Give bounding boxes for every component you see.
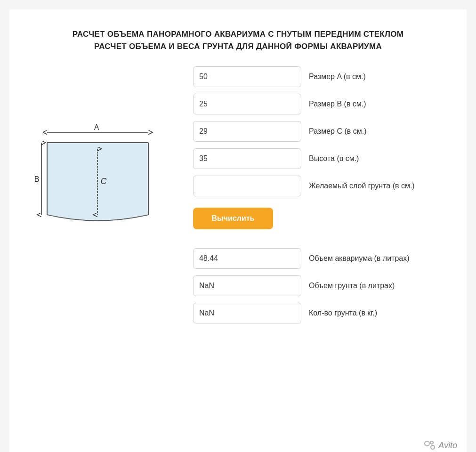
field-row-size-b: Размер B (в см.) — [193, 94, 443, 114]
soil-weight-result: NaN — [193, 303, 301, 323]
size-b-input[interactable] — [193, 94, 301, 114]
results-section: 48.44 Объем аквариума (в литрах) NaN Объ… — [193, 248, 443, 330]
size-a-label: Размер A (в см.) — [309, 73, 366, 81]
height-input[interactable] — [193, 148, 301, 169]
volume-label: Объем аквариума (в литрах) — [309, 254, 410, 263]
field-row-size-c: Размер C (в см.) — [193, 121, 443, 142]
main-content: A B C — [33, 66, 443, 330]
form-section: Размер A (в см.) Размер B (в см.) Размер… — [193, 66, 443, 330]
field-row-height: Высота (в см.) — [193, 148, 443, 169]
svg-point-11 — [431, 445, 435, 449]
avito-text: Avito — [438, 441, 457, 451]
result-row-volume: 48.44 Объем аквариума (в литрах) — [193, 248, 443, 269]
field-row-soil-layer: Желаемый слой грунта (в см.) — [193, 176, 443, 196]
diagram-section: A B C — [33, 123, 174, 233]
size-a-input[interactable] — [193, 66, 301, 87]
soil-layer-input[interactable] — [193, 176, 301, 196]
svg-point-9 — [425, 441, 429, 446]
svg-text:A: A — [94, 123, 99, 131]
avito-logo-icon — [422, 439, 436, 452]
avito-watermark: Avito — [422, 439, 457, 452]
svg-point-10 — [430, 441, 433, 444]
svg-text:B: B — [34, 175, 40, 183]
result-row-soil-weight: NaN Кол-во грунта (в кг.) — [193, 303, 443, 323]
title-block: РАСЧЕТ ОБЪЕМА ПАНОРАМНОГО АКВАРИУМА С ГН… — [33, 28, 443, 52]
page-title-line1: РАСЧЕТ ОБЪЕМА ПАНОРАМНОГО АКВАРИУМА С ГН… — [33, 28, 443, 40]
svg-text:C: C — [101, 177, 107, 186]
result-row-soil-volume: NaN Объем грунта (в литрах) — [193, 275, 443, 296]
size-c-input[interactable] — [193, 121, 301, 142]
aquarium-diagram: A B C — [33, 123, 165, 231]
page-container: РАСЧЕТ ОБЪЕМА ПАНОРАМНОГО АКВАРИУМА С ГН… — [9, 9, 467, 452]
soil-weight-label: Кол-во грунта (в кг.) — [309, 309, 377, 317]
field-row-size-a: Размер A (в см.) — [193, 66, 443, 87]
calculate-button[interactable]: Вычислить — [193, 208, 273, 229]
soil-layer-label: Желаемый слой грунта (в см.) — [309, 182, 415, 190]
soil-volume-result: NaN — [193, 275, 301, 296]
page-title-line2: РАСЧЕТ ОБЪЕМА И ВЕСА ГРУНТА ДЛЯ ДАННОЙ Ф… — [33, 40, 443, 53]
soil-volume-label: Объем грунта (в литрах) — [309, 282, 395, 290]
volume-result: 48.44 — [193, 248, 301, 269]
height-label: Высота (в см.) — [309, 154, 359, 163]
size-c-label: Размер C (в см.) — [309, 127, 366, 136]
size-b-label: Размер B (в см.) — [309, 100, 366, 108]
